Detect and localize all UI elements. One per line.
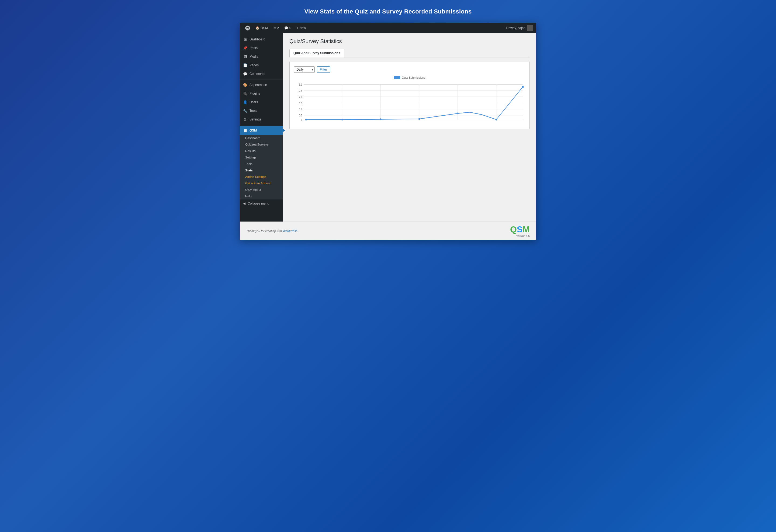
collapse-menu[interactable]: ◀ Collapse menu [240, 199, 283, 207]
pages-icon: 📄 [243, 63, 247, 67]
qsm-sub-stats[interactable]: Stats [240, 167, 283, 174]
howdy-text: Howdy, sajan [506, 26, 526, 30]
qsm-menu-icon: ▦ [243, 128, 247, 133]
qsm-logo-m: M [523, 224, 530, 234]
sidebar-item-dashboard[interactable]: ⊞ Dashboard [240, 35, 283, 44]
qsm-logo-q: Q [510, 224, 517, 234]
qsm-branding: QSM Version 5.6 [510, 224, 530, 237]
collapse-label: Collapse menu [248, 202, 269, 205]
svg-text:2.0: 2.0 [299, 96, 303, 99]
footer-wp-link[interactable]: WordPress [282, 229, 297, 232]
sidebar-label-appearance: Appearance [249, 83, 267, 87]
admin-bar-new[interactable]: + New [295, 23, 308, 33]
svg-text:1.5: 1.5 [299, 102, 303, 105]
sidebar-item-comments[interactable]: 💬 Comments [240, 69, 283, 78]
wp-body: ⊞ Dashboard 📌 Posts 🖼 Media 📄 Pages 💬 Co… [240, 33, 536, 221]
home-icon: 🏠 [255, 26, 259, 30]
qsm-sub-help[interactable]: Help [240, 193, 283, 199]
svg-point-19 [305, 119, 307, 121]
svg-point-23 [457, 113, 458, 114]
posts-icon: 📌 [243, 46, 247, 50]
sidebar-item-pages[interactable]: 📄 Pages [240, 61, 283, 69]
sidebar-item-tools[interactable]: 🔧 Tools [240, 107, 283, 115]
wp-logo: W [245, 26, 250, 30]
svg-point-25 [522, 86, 524, 88]
legend-label: Quiz Submissions [402, 76, 425, 79]
admin-bar: W 🏠 QSM ↻ 2 💬 0 + New Howdy, sajan [240, 23, 536, 33]
footer-period: . [298, 229, 298, 232]
qsm-sub-results[interactable]: Results [240, 148, 283, 154]
qsm-logo: QSM [510, 224, 530, 234]
admin-bar-updates[interactable]: ↻ 2 [271, 23, 281, 33]
svg-text:1.0: 1.0 [299, 108, 303, 111]
qsm-sub-quizzes[interactable]: Quizzes/Surveys [240, 141, 283, 148]
qsm-section: ▦ QSM Dashboard Quizzes/Surveys Results … [240, 126, 283, 199]
admin-bar-site[interactable]: 🏠 QSM [253, 23, 270, 33]
wp-window: W 🏠 QSM ↻ 2 💬 0 + New Howdy, sajan ⊞ Das… [240, 23, 536, 240]
chart-legend: Quiz Submissions [294, 76, 525, 79]
sidebar-label-media: Media [249, 55, 258, 58]
collapse-icon: ◀ [243, 202, 245, 205]
sidebar-label-dashboard: Dashboard [249, 37, 265, 41]
svg-point-21 [380, 118, 381, 120]
filter-button[interactable]: Filter [317, 66, 330, 73]
qsm-sub-settings[interactable]: Settings [240, 154, 283, 161]
media-icon: 🖼 [243, 54, 247, 59]
site-name: QSM [260, 26, 268, 30]
main-content: Quiz/Survey Statistics Quiz And Survey S… [283, 33, 536, 221]
qsm-menu-label: QSM [249, 129, 257, 132]
filter-select-wrapper[interactable]: Daily Weekly Monthly [294, 66, 315, 73]
qsm-sub-dashboard[interactable]: Dashboard [240, 135, 283, 141]
chart-section: Daily Weekly Monthly Filter Quiz Submiss… [289, 62, 530, 129]
svg-text:0: 0 [301, 118, 302, 122]
sidebar-divider-1 [240, 79, 283, 79]
sidebar-item-users[interactable]: 👤 Users [240, 98, 283, 107]
sidebar-item-settings[interactable]: ⚙ Settings [240, 115, 283, 124]
avatar [527, 25, 533, 31]
users-icon: 👤 [243, 100, 247, 104]
updates-count: 2 [277, 26, 279, 30]
plugins-icon: 🔌 [243, 92, 247, 96]
qsm-sub-tools[interactable]: Tools [240, 161, 283, 167]
updates-icon: ↻ [273, 26, 276, 30]
chart-svg: 3.0 2.5 2.0 1.5 1.0 0.5 0 [294, 81, 525, 125]
filter-select[interactable]: Daily Weekly Monthly [294, 66, 315, 73]
svg-point-20 [341, 119, 343, 121]
footer-thank-you: Thank you for creating with [246, 229, 282, 232]
sidebar-label-plugins: Plugins [249, 92, 260, 96]
sidebar-item-posts[interactable]: 📌 Posts [240, 44, 283, 52]
svg-text:2.5: 2.5 [299, 89, 303, 93]
tab-submissions[interactable]: Quiz And Survey Submissions [289, 49, 344, 57]
sidebar-label-comments: Comments [249, 72, 265, 76]
qsm-sub-free-addon[interactable]: Get a Free Addon! [240, 180, 283, 186]
sidebar-label-posts: Posts [249, 46, 257, 50]
svg-point-22 [418, 118, 420, 120]
svg-text:3.0: 3.0 [299, 83, 303, 86]
admin-bar-comments[interactable]: 💬 0 [282, 23, 294, 33]
tools-icon: 🔧 [243, 109, 247, 113]
new-label: + New [297, 26, 306, 30]
sidebar-label-users: Users [249, 100, 258, 104]
page-headline: View Stats of the Quiz and Survey Record… [305, 8, 472, 15]
wp-logo-item[interactable]: W [243, 23, 252, 33]
sidebar-item-media[interactable]: 🖼 Media [240, 52, 283, 61]
footer-text: Thank you for creating with WordPress. [246, 229, 298, 232]
qsm-sub-addon-settings[interactable]: Addon Settings [240, 174, 283, 180]
tab-bar: Quiz And Survey Submissions [289, 49, 530, 57]
chart-controls: Daily Weekly Monthly Filter [294, 66, 525, 73]
qsm-sub-about[interactable]: QSM About [240, 186, 283, 193]
qsm-version: Version 5.6 [516, 234, 530, 237]
sidebar: ⊞ Dashboard 📌 Posts 🖼 Media 📄 Pages 💬 Co… [240, 33, 283, 221]
qsm-header[interactable]: ▦ QSM [240, 126, 283, 135]
page-title: Quiz/Survey Statistics [289, 38, 530, 44]
sidebar-item-plugins[interactable]: 🔌 Plugins [240, 89, 283, 98]
sidebar-item-appearance[interactable]: 🎨 Appearance [240, 80, 283, 89]
dashboard-icon: ⊞ [243, 37, 247, 41]
svg-text:0.5: 0.5 [299, 114, 303, 117]
chart-area: 3.0 2.5 2.0 1.5 1.0 0.5 0 [294, 81, 525, 125]
svg-point-24 [496, 119, 497, 121]
sidebar-label-settings: Settings [249, 118, 261, 121]
comments-menu-icon: 💬 [243, 72, 247, 76]
sidebar-label-pages: Pages [249, 63, 259, 67]
comments-icon: 💬 [284, 26, 288, 30]
